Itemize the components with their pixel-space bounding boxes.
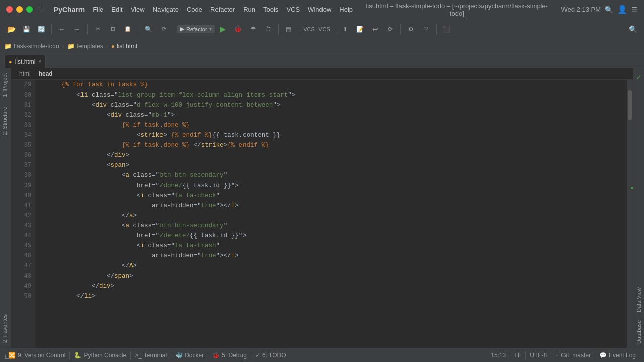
debug-button[interactable]: 🐞 bbox=[231, 22, 245, 36]
undo-button[interactable]: ↩ bbox=[368, 22, 382, 36]
line-number-36: 36 bbox=[11, 150, 35, 160]
paste-button[interactable]: 📋 bbox=[121, 22, 135, 36]
status-git[interactable]: ⑂ Git: master bbox=[551, 348, 595, 362]
breakpoint-gutter-37[interactable] bbox=[39, 160, 46, 170]
breakpoint-gutter-46[interactable] bbox=[39, 251, 46, 261]
menu-view[interactable]: View bbox=[131, 6, 145, 13]
breakpoint-gutter-32[interactable] bbox=[39, 110, 46, 120]
right-tab-data-view[interactable]: Data View bbox=[635, 283, 643, 316]
status-todo[interactable]: ✓ 6: TODO bbox=[251, 348, 290, 362]
breadcrumb-item-root[interactable]: 📁 flask-simple-todo bbox=[4, 43, 59, 50]
find-replace-button[interactable]: ⟳ bbox=[156, 22, 171, 36]
open-folder-button[interactable]: 📂 bbox=[4, 22, 18, 36]
code-text-30: <li class="list-group-item flex-column a… bbox=[46, 90, 627, 100]
run-tasks-button[interactable]: ▤ bbox=[282, 22, 296, 36]
breakpoint-gutter-48[interactable] bbox=[39, 271, 46, 281]
status-line-sep[interactable]: LF bbox=[510, 348, 525, 362]
close-button[interactable] bbox=[6, 6, 13, 13]
code-text-38: <a class="btn btn-secondary" bbox=[46, 170, 627, 180]
breakpoint-gutter-42[interactable] bbox=[39, 211, 46, 221]
menu-vcs[interactable]: VCS bbox=[286, 6, 300, 13]
breakpoint-gutter-33[interactable] bbox=[39, 120, 46, 130]
breakpoint-gutter-36[interactable] bbox=[39, 150, 46, 160]
menu-navigate[interactable]: Navigate bbox=[153, 6, 179, 13]
breakpoint-gutter-50[interactable] bbox=[39, 291, 46, 301]
right-tab-database[interactable]: Database bbox=[635, 316, 643, 348]
breakpoint-gutter-41[interactable] bbox=[39, 201, 46, 211]
menu-window[interactable]: Window bbox=[308, 6, 331, 13]
breadcrumb-item-file[interactable]: ● list.html bbox=[111, 43, 137, 50]
menu-refactor[interactable]: Refactor bbox=[210, 6, 235, 13]
breakpoint-gutter-38[interactable] bbox=[39, 170, 46, 180]
help-button[interactable]: ? bbox=[419, 22, 433, 36]
back-button[interactable]: ← bbox=[55, 22, 69, 36]
code-tab-html[interactable]: html bbox=[15, 69, 35, 78]
tab-close-button[interactable]: × bbox=[38, 59, 41, 64]
breakpoint-gutter-34[interactable] bbox=[39, 130, 46, 140]
status-terminal[interactable]: >_ Terminal bbox=[131, 348, 171, 362]
maximize-button[interactable] bbox=[26, 6, 33, 13]
breakpoint-gutter-47[interactable] bbox=[39, 261, 46, 271]
code-editor[interactable]: {% for task in tasks %} <li class="list-… bbox=[35, 80, 627, 348]
tab-list-html[interactable]: ● list.html × bbox=[4, 55, 46, 68]
scroll-thumb[interactable] bbox=[628, 90, 632, 120]
status-python-console[interactable]: 🐍 Python Console bbox=[70, 348, 130, 362]
breakpoint-gutter-30[interactable] bbox=[39, 90, 46, 100]
cut-button[interactable]: ✂ bbox=[91, 22, 105, 36]
status-position[interactable]: 15:13 bbox=[487, 348, 510, 362]
sidebar-item-favorites[interactable]: 2: Favorites bbox=[0, 309, 11, 348]
toolbar-search-button[interactable]: 🔍 bbox=[626, 22, 640, 36]
breakpoint-gutter-39[interactable] bbox=[39, 180, 46, 191]
avatar-icon[interactable]: 👤 bbox=[617, 5, 627, 14]
tool-window-toggle[interactable]: ☐ bbox=[2, 352, 12, 362]
vcs-push-button[interactable]: VCS bbox=[317, 22, 332, 36]
profile-button[interactable]: ⏱ bbox=[261, 22, 275, 36]
right-panel: ✓ Data View Database bbox=[633, 68, 644, 348]
menu-code[interactable]: Code bbox=[187, 6, 202, 13]
forward-button[interactable]: → bbox=[70, 22, 84, 36]
event-log-icon: 💬 bbox=[599, 352, 607, 359]
breakpoint-gutter-45[interactable] bbox=[39, 241, 46, 251]
breakpoint-gutter-49[interactable] bbox=[39, 281, 46, 291]
redo-button[interactable]: ⟳ bbox=[383, 22, 397, 36]
menu-edit[interactable]: Edit bbox=[111, 6, 122, 13]
vcs-update-button[interactable]: VCS bbox=[302, 22, 316, 36]
search-icon[interactable]: 🔍 bbox=[605, 6, 613, 14]
sync-button[interactable]: 🔄 bbox=[34, 22, 48, 36]
tools-button[interactable]: ⚙ bbox=[404, 22, 418, 36]
menu-help[interactable]: Help bbox=[339, 6, 353, 13]
breadcrumb-item-templates[interactable]: 📁 templates bbox=[67, 43, 103, 50]
line-number-30: 30 bbox=[11, 90, 35, 100]
sidebar-item-project[interactable]: 1: Project bbox=[0, 68, 11, 102]
share-button[interactable]: ⬆ bbox=[338, 22, 352, 36]
breakpoint-gutter-35[interactable] bbox=[39, 140, 46, 150]
minimize-button[interactable] bbox=[16, 6, 23, 13]
code-tab-head[interactable]: head bbox=[35, 69, 57, 78]
scroll-track[interactable] bbox=[627, 80, 633, 348]
line-number-43: 43 bbox=[11, 221, 35, 231]
hamburger-icon[interactable]: ☰ bbox=[631, 6, 638, 14]
status-encoding[interactable]: UTF-8 bbox=[526, 348, 551, 362]
run-config-selector[interactable]: ▶ Refactor ▾ bbox=[177, 25, 215, 33]
run-button[interactable]: ▶ bbox=[216, 22, 230, 36]
menu-tools[interactable]: Tools bbox=[263, 6, 278, 13]
breakpoint-gutter-44[interactable] bbox=[39, 231, 46, 241]
code-line-39: href="/done/{{ task.id }}"> bbox=[39, 180, 627, 191]
status-debug[interactable]: 🐞 5: Debug bbox=[208, 348, 251, 362]
breakpoint-gutter-40[interactable] bbox=[39, 191, 46, 201]
find-button[interactable]: 🔍 bbox=[141, 22, 155, 36]
breakpoint-gutter-29[interactable] bbox=[39, 80, 46, 90]
vcs-annotate-button[interactable]: 📝 bbox=[353, 22, 367, 36]
save-all-button[interactable]: 💾 bbox=[19, 22, 33, 36]
menu-run[interactable]: Run bbox=[243, 6, 255, 13]
status-event-log[interactable]: 💬 Event Log bbox=[595, 348, 640, 362]
menu-file[interactable]: File bbox=[93, 6, 103, 13]
breakpoint-gutter-31[interactable] bbox=[39, 100, 46, 110]
sidebar-item-structure[interactable]: 2: Structure bbox=[0, 102, 11, 140]
position-label: 15:13 bbox=[491, 352, 506, 359]
breakpoint-gutter-43[interactable] bbox=[39, 221, 46, 231]
plugins-button[interactable]: ⬛ bbox=[440, 22, 454, 36]
status-docker[interactable]: 🐳 Docker bbox=[171, 348, 208, 362]
coverage-button[interactable]: ☂ bbox=[246, 22, 260, 36]
copy-button[interactable]: ⊡ bbox=[106, 22, 120, 36]
